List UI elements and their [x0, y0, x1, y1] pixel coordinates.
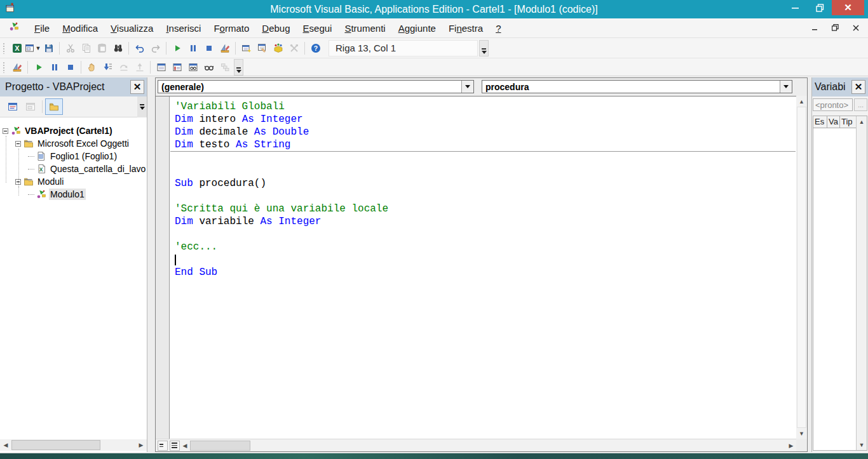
- code-line[interactable]: [170, 190, 796, 203]
- code-line[interactable]: Dim variabile As Integer: [170, 215, 796, 228]
- scroll-up-icon[interactable]: ▲: [796, 96, 807, 107]
- code-line[interactable]: End Sub: [170, 266, 796, 279]
- mdi-restore-button[interactable]: [832, 24, 839, 32]
- project-panel-titlebar[interactable]: Progetto - VBAProject ✕: [0, 77, 147, 96]
- close-button[interactable]: ✕: [832, 0, 864, 15]
- code-line[interactable]: [170, 164, 796, 177]
- restore-button[interactable]: [808, 0, 831, 15]
- full-module-view-button[interactable]: [170, 441, 180, 451]
- design-mode-button[interactable]: [9, 60, 25, 75]
- code-line[interactable]: 'Variabili Globali: [170, 100, 796, 113]
- scroll-down-icon[interactable]: ▼: [857, 439, 867, 450]
- call-stack-button[interactable]: [217, 60, 233, 75]
- undo-button[interactable]: [132, 41, 147, 56]
- collapse-toggle[interactable]: [3, 128, 8, 134]
- mdi-close-button[interactable]: [853, 24, 859, 32]
- immediate-window-button[interactable]: [169, 60, 185, 75]
- paste-button[interactable]: [94, 41, 110, 56]
- scrollbar-thumb[interactable]: [11, 440, 100, 450]
- view-object-button[interactable]: [22, 98, 39, 115]
- locals-expression-field[interactable]: <pronto>: [813, 98, 853, 111]
- tree-item-microsoft-excel-oggetti[interactable]: Microsoft Excel Oggetti: [0, 137, 147, 150]
- locals-panel-close-button[interactable]: ✕: [851, 80, 865, 94]
- code-line[interactable]: [170, 152, 796, 164]
- cut-button[interactable]: [62, 41, 78, 56]
- code-line[interactable]: Dim intero As Integer: [170, 113, 796, 126]
- procedure-view-button[interactable]: [158, 441, 168, 451]
- reset-button[interactable]: [201, 41, 217, 56]
- find-button[interactable]: [110, 41, 126, 56]
- tree-item-moduli[interactable]: Moduli: [0, 175, 147, 188]
- toolbar-overflow-button[interactable]: [479, 40, 489, 57]
- code-line[interactable]: [170, 253, 796, 266]
- project-horizontal-scrollbar[interactable]: ◀ ▶: [0, 439, 147, 451]
- dropdown-button[interactable]: [780, 81, 792, 93]
- tree-item-foglio1-foglio1[interactable]: Foglio1 (Foglio1): [0, 150, 147, 163]
- scroll-up-icon[interactable]: ▲: [857, 116, 867, 127]
- view-code-button[interactable]: [4, 98, 22, 115]
- menu-inserisci[interactable]: Inserisci: [159, 20, 207, 37]
- dropdown-button[interactable]: [461, 81, 473, 93]
- collapse-toggle[interactable]: [15, 141, 21, 147]
- reset-button[interactable]: [62, 60, 78, 75]
- copy-button[interactable]: [78, 41, 94, 56]
- toggle-folders-button[interactable]: [45, 98, 63, 115]
- insert-userform-button[interactable]: ▼: [25, 41, 41, 56]
- code-line[interactable]: 'ecc...: [170, 241, 796, 253]
- scrollbar-thumb[interactable]: [190, 441, 250, 451]
- step-into-button[interactable]: [100, 60, 116, 75]
- code-text[interactable]: 'Variabili GlobaliDim intero As IntegerD…: [170, 100, 796, 279]
- code-editor[interactable]: 'Variabili GlobaliDim intero As IntegerD…: [156, 96, 807, 439]
- panel-overflow-button[interactable]: [137, 96, 147, 117]
- locals-panel-titlebar[interactable]: Variabi ✕: [812, 77, 868, 96]
- watch-window-button[interactable]: [185, 60, 201, 75]
- locals-more-button[interactable]: ...: [854, 98, 867, 111]
- run-button[interactable]: [169, 41, 185, 56]
- help-button[interactable]: ?: [308, 41, 323, 56]
- break-button[interactable]: [185, 41, 201, 56]
- code-horizontal-scrollbar[interactable]: ◀ ▶: [156, 439, 796, 451]
- tree-item-questa-cartella-di-lavo[interactable]: XQuesta_cartella_di_lavo: [0, 163, 147, 175]
- code-line[interactable]: Sub procedura(): [170, 177, 796, 190]
- project-panel-close-button[interactable]: ✕: [130, 80, 144, 94]
- project-explorer-button[interactable]: [238, 41, 254, 56]
- code-line[interactable]: [170, 228, 796, 241]
- save-button[interactable]: [41, 41, 57, 56]
- mdi-minimize-button[interactable]: [812, 24, 818, 32]
- locals-column-tip[interactable]: Tip: [840, 116, 857, 128]
- scroll-left-icon[interactable]: ◀: [180, 440, 190, 451]
- menu-visualizza[interactable]: Visualizza: [104, 20, 159, 37]
- code-vertical-scrollbar[interactable]: ▲ ▼: [796, 96, 807, 439]
- step-out-button[interactable]: [132, 60, 147, 75]
- toolbox-button[interactable]: [286, 41, 302, 56]
- object-browser-button[interactable]: [270, 41, 286, 56]
- menu-formato[interactable]: Formato: [207, 20, 255, 37]
- menu-finestra[interactable]: Finestra: [442, 20, 489, 37]
- breakpoint-margin[interactable]: [156, 96, 170, 439]
- minimize-button[interactable]: [783, 0, 807, 15]
- toolbar-grip[interactable]: [3, 43, 6, 54]
- menu-file[interactable]: File: [28, 20, 56, 37]
- menu-strumenti[interactable]: Strumenti: [338, 20, 391, 37]
- scroll-right-icon[interactable]: ▶: [135, 439, 147, 451]
- code-line[interactable]: 'Scritta qui è una variabile locale: [170, 203, 796, 215]
- toggle-breakpoint-button[interactable]: [84, 60, 100, 75]
- view-excel-button[interactable]: X: [9, 41, 25, 56]
- locals-column-va[interactable]: Va: [827, 116, 840, 128]
- tree-item-vbaproject-cartel1[interactable]: VBAProject (Cartel1): [0, 124, 147, 137]
- menu-help[interactable]: ?: [489, 20, 507, 37]
- menu-aggiunte[interactable]: Aggiunte: [392, 20, 442, 37]
- object-dropdown[interactable]: (generale): [158, 80, 474, 93]
- scroll-down-icon[interactable]: ▼: [796, 428, 807, 439]
- quick-watch-button[interactable]: [201, 60, 217, 75]
- menu-modifica[interactable]: Modifica: [56, 20, 104, 37]
- code-line[interactable]: Dim testo As String: [170, 138, 796, 151]
- menu-esegui[interactable]: Esegui: [297, 20, 339, 37]
- locals-vertical-scrollbar[interactable]: ▲ ▼: [856, 116, 867, 450]
- tree-item-modulo1[interactable]: Modulo1: [0, 188, 147, 201]
- run-button[interactable]: [31, 60, 46, 75]
- design-mode-button[interactable]: [217, 41, 233, 56]
- break-button[interactable]: [46, 60, 62, 75]
- step-over-button[interactable]: [116, 60, 132, 75]
- locals-window-button[interactable]: [153, 60, 169, 75]
